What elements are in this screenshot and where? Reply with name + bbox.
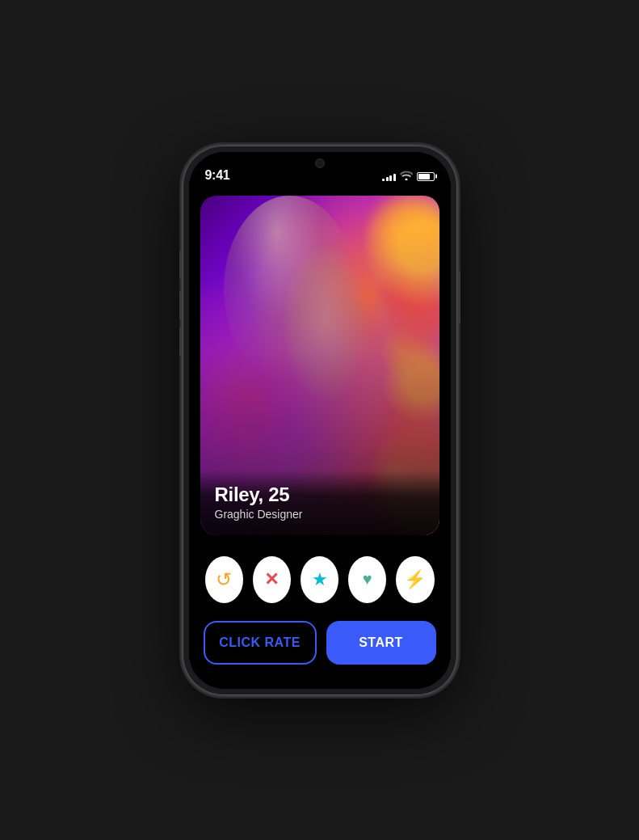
bottom-buttons: CLICK RATE START (189, 613, 451, 689)
like-button[interactable]: ♥ (348, 556, 386, 603)
profile-card[interactable]: Riley, 25 Graghic Designer (200, 196, 439, 535)
start-button[interactable]: START (326, 621, 436, 665)
dislike-button[interactable]: ✕ (253, 556, 291, 603)
click-rate-button[interactable]: CLICK RATE (204, 621, 317, 665)
action-buttons: ↺ ✕ ★ ♥ ⚡ (189, 545, 451, 613)
phone-notch (263, 152, 376, 175)
undo-button[interactable]: ↺ (205, 556, 243, 603)
profile-name: Riley, 25 (215, 483, 425, 506)
front-camera (315, 158, 325, 168)
app-content: Riley, 25 Graghic Designer ↺ ✕ ★ ♥ ⚡ CLI… (189, 152, 451, 689)
battery-icon (417, 172, 435, 181)
phone-screen: 9:41 (189, 152, 451, 689)
signal-icon (382, 171, 396, 181)
status-time: 9:41 (205, 168, 230, 183)
wifi-icon (400, 171, 413, 183)
boost-button[interactable]: ⚡ (396, 556, 434, 603)
phone-frame: 9:41 (183, 146, 457, 695)
profile-info: Riley, 25 Graghic Designer (200, 471, 439, 535)
profile-job: Graghic Designer (215, 508, 425, 521)
superlike-button[interactable]: ★ (301, 556, 338, 603)
card-container: Riley, 25 Graghic Designer (189, 188, 451, 545)
status-icons (382, 171, 435, 183)
battery-fill (418, 174, 430, 179)
